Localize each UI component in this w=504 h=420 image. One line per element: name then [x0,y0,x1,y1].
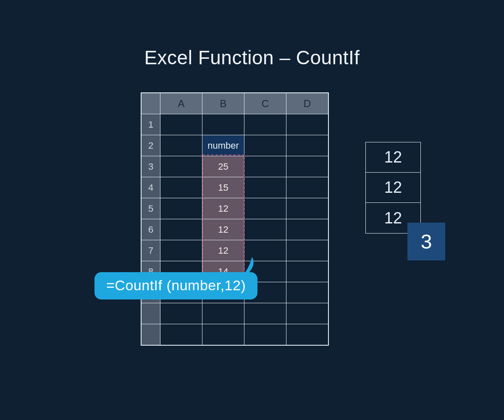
row-header: 7 [142,240,160,261]
formula-callout: =CountIf (number,12) [94,272,257,299]
cell [244,219,286,240]
row-header: 4 [142,177,160,198]
cell [244,324,286,345]
selected-cell: 12 [202,219,244,240]
cell [160,177,202,198]
spreadsheet-grid: A B C D 1 2 number [141,93,328,345]
cell [160,135,202,156]
selected-cell: 15 [202,177,244,198]
cell [244,114,286,135]
col-header-c: C [244,93,286,114]
cell [286,303,328,324]
cell [244,177,286,198]
named-range-header: number [202,135,244,156]
cell [202,303,244,324]
cell [160,114,202,135]
cell [286,219,328,240]
selected-cell: 25 [202,156,244,177]
cell [286,324,328,345]
cell [244,156,286,177]
cell [286,177,328,198]
cell [202,324,244,345]
cell [160,240,202,261]
cell [160,324,202,345]
cell [244,303,286,324]
cell [286,114,328,135]
cell [286,282,328,303]
cell [286,198,328,219]
row-header: 1 [142,114,160,135]
cell [286,240,328,261]
row-header: 3 [142,156,160,177]
match-cell: 12 [366,173,420,203]
diagram-stage: Excel Function – CountIf A B C D 1 2 [0,0,504,420]
row-header: 6 [142,219,160,240]
cell [160,198,202,219]
match-cell: 12 [366,142,420,173]
spreadsheet: A B C D 1 2 number [141,92,329,346]
cell [160,219,202,240]
col-header-a: A [160,93,202,114]
matches-stack: 12 12 12 [365,142,421,234]
cell [160,156,202,177]
page-title: Excel Function – CountIf [0,46,504,69]
grid-corner [142,93,160,114]
row-header: 2 [142,135,160,156]
cell [286,135,328,156]
row-header [142,303,160,324]
cell [244,198,286,219]
col-header-b: B [202,93,244,114]
row-header: 5 [142,198,160,219]
cell [286,156,328,177]
selected-cell: 12 [202,198,244,219]
cell [286,261,328,282]
cell [244,135,286,156]
col-header-d: D [286,93,328,114]
row-header [142,324,160,345]
cell [202,114,244,135]
result-count-badge: 3 [407,223,445,260]
cell [160,303,202,324]
